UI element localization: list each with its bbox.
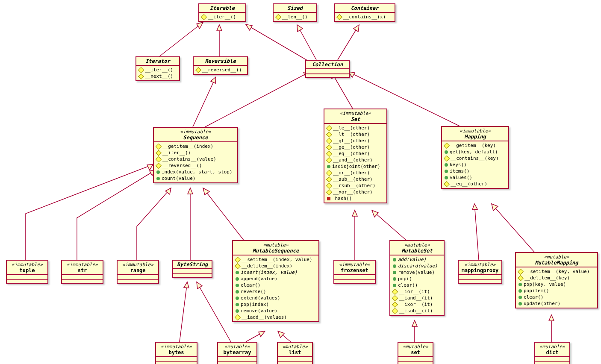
arrow-mutableset-set xyxy=(372,210,406,240)
class-mutableset: «mutable»MutableSetadd(value)discard(val… xyxy=(389,240,445,316)
arrow-mappingproxy-mapping xyxy=(472,204,479,260)
class-sequence: «immutable»Sequence__getitem__(index)__i… xyxy=(153,127,238,183)
class-sized: Sized__len__() xyxy=(273,3,317,22)
arrow-bytearray-bytestring xyxy=(197,282,231,342)
svg-marker-40 xyxy=(472,204,477,210)
arrow-dict-mutablemapping xyxy=(549,315,554,342)
arrow-bytestring-sequence xyxy=(188,188,193,260)
svg-marker-42 xyxy=(492,204,498,211)
svg-marker-1 xyxy=(197,22,203,29)
class-iterator: Iterator__iter__()__next__() xyxy=(136,56,180,81)
arrow-reversible-iterable xyxy=(217,25,222,56)
svg-line-10 xyxy=(193,77,216,127)
class-set-concrete: «mutable»set xyxy=(398,342,433,364)
class-mutablesequence: «mutable»MutableSequence__setitem__(inde… xyxy=(232,240,319,322)
class-str: «immutable»str xyxy=(61,260,103,284)
svg-marker-5 xyxy=(246,24,252,30)
arrow-frozenset-set xyxy=(352,210,357,260)
class-collection: Collection xyxy=(305,60,350,78)
class-bytes: «immutable»bytes xyxy=(155,342,197,364)
svg-line-4 xyxy=(246,24,308,61)
svg-line-23 xyxy=(203,188,244,240)
arrow-mutablemapping-mapping xyxy=(492,204,534,252)
svg-marker-7 xyxy=(297,25,303,32)
class-bytearray: «mutable»bytearray xyxy=(217,342,257,364)
class-dict: «mutable»dict xyxy=(534,342,570,364)
svg-marker-44 xyxy=(549,315,554,321)
class-iterable: Iterable__iter__() xyxy=(198,3,246,22)
svg-line-41 xyxy=(492,204,534,252)
class-mappingproxy: «immutable»mappingproxy xyxy=(458,260,502,284)
arrow-collection-iterable xyxy=(246,24,308,61)
svg-line-29 xyxy=(246,331,265,342)
arrow-sequence-reversible xyxy=(193,77,216,127)
class-tuple: «immutable»tuple xyxy=(6,260,48,284)
svg-line-25 xyxy=(180,282,187,342)
class-reversible: Reversible__reversed__() xyxy=(193,56,248,75)
arrow-range-sequence xyxy=(137,188,171,260)
svg-marker-28 xyxy=(197,282,202,289)
svg-line-31 xyxy=(278,331,291,342)
svg-marker-36 xyxy=(372,210,378,217)
svg-marker-24 xyxy=(203,188,209,195)
svg-marker-30 xyxy=(259,331,265,337)
arrow-tuple-sequence xyxy=(26,164,153,260)
arrow-bytes-bytestring xyxy=(180,282,189,342)
svg-line-8 xyxy=(338,25,359,60)
class-mapping: «immutable»Mapping__getitem__(key)get(ke… xyxy=(441,126,509,189)
svg-line-35 xyxy=(372,210,406,240)
svg-marker-20 xyxy=(165,188,171,194)
arrow-str-sequence xyxy=(77,170,156,260)
svg-marker-3 xyxy=(217,25,222,31)
svg-marker-32 xyxy=(278,331,284,338)
svg-line-6 xyxy=(297,25,316,60)
class-mutablemapping: «mutable»MutableMapping__setitem__(key, … xyxy=(515,252,598,308)
class-container: Container__contains__(x) xyxy=(334,3,395,22)
class-bytestring: ByteString xyxy=(172,260,212,278)
svg-line-27 xyxy=(197,282,231,342)
uml-diagram: Iterable__iter__() Sized__len__() Contai… xyxy=(0,0,601,364)
svg-marker-11 xyxy=(211,77,216,83)
svg-marker-22 xyxy=(188,188,193,194)
svg-marker-34 xyxy=(352,210,357,216)
arrow-sequence-collection xyxy=(205,72,310,127)
class-frozenset: «immutable»frozenset xyxy=(333,260,376,284)
class-set: «immutable»Set__le__(other)__lt__(other)… xyxy=(324,109,387,203)
arrow-collection-container xyxy=(338,25,359,60)
arrow-set-mutableset xyxy=(412,320,417,342)
svg-line-0 xyxy=(159,22,203,56)
arrow-iterator-iterable xyxy=(159,22,203,56)
class-list: «mutable»list xyxy=(277,342,313,364)
arrow-bytearray-mutablesequence xyxy=(246,331,265,342)
class-range: «immutable»range xyxy=(117,260,159,284)
svg-line-12 xyxy=(205,72,310,127)
arrow-collection-sized xyxy=(297,25,316,60)
svg-marker-18 xyxy=(147,164,153,170)
svg-marker-26 xyxy=(184,282,189,288)
svg-marker-9 xyxy=(354,25,359,32)
arrow-mutablesequence-sequence xyxy=(203,188,244,240)
svg-line-39 xyxy=(474,204,479,260)
svg-marker-38 xyxy=(412,320,417,326)
arrow-list-mutablesequence xyxy=(278,331,291,342)
